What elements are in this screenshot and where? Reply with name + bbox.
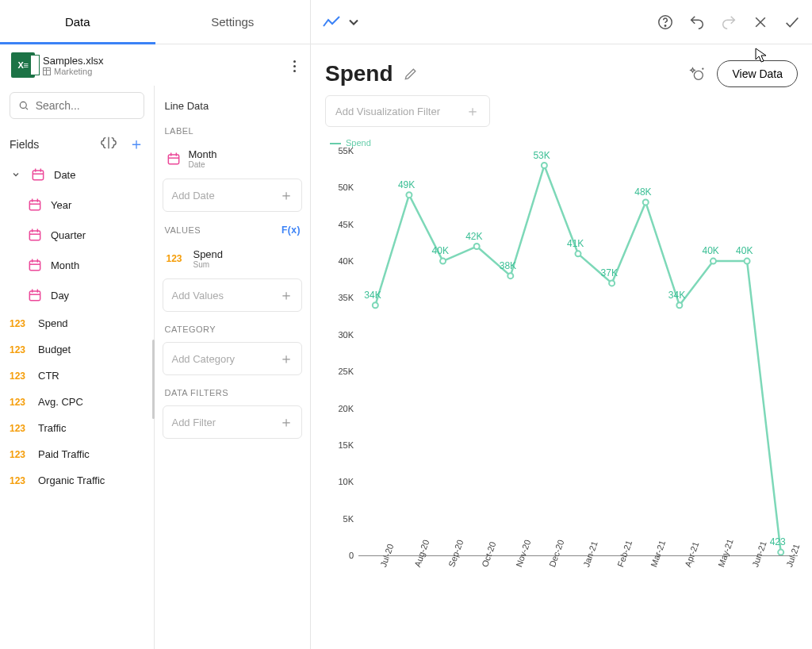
svg-point-32 [703,68,703,69]
number-icon: 123 [10,423,30,434]
y-tick: 25K [338,367,354,376]
value-chip-spend[interactable]: 123 Spend Sum [163,244,302,274]
data-label: 34K [668,290,685,301]
fields-heading: Fields [10,138,39,151]
edit-title-button[interactable] [403,66,419,82]
y-tick: 15K [338,440,354,450]
add-filter-box[interactable]: Add Filter＋ [163,405,302,439]
close-button[interactable] [752,13,769,31]
datasource-filename: Samples.xlsx [43,55,104,67]
svg-point-28 [665,25,665,25]
label-group-heading: LABEL [163,121,302,139]
data-label: 41K [567,238,584,249]
field-measure-organic-traffic[interactable]: 123Organic Traffic [0,467,154,493]
data-label: 42K [465,231,482,242]
label-chip-month[interactable]: Month Date [163,144,302,174]
undo-button[interactable] [688,13,706,31]
search-icon [18,99,29,112]
chart-legend: Spend [325,135,798,151]
page-title: Spend [325,61,393,86]
field-date-quarter[interactable]: Quarter [0,220,154,250]
add-date-box[interactable]: Add Date＋ [163,179,302,212]
y-tick: 30K [338,330,354,340]
scroll-indicator[interactable] [152,340,155,419]
svg-rect-19 [29,291,40,301]
number-icon: 123 [10,449,30,460]
data-label: 40K [736,245,753,256]
data-label: 49K [398,179,415,190]
data-label: 423 [770,536,786,547]
datasource-menu-button[interactable] [290,57,299,75]
data-label: 53K [533,150,550,161]
help-button[interactable] [657,13,674,31]
tab-settings[interactable]: Settings [155,0,311,44]
number-icon: 123 [10,397,30,408]
calendar-icon [166,151,182,167]
data-label: 38K [500,260,516,271]
svg-rect-11 [29,231,40,240]
y-tick: 40K [338,256,354,266]
data-label: 48K [634,186,651,198]
y-tick: 20K [338,404,354,413]
table-icon [43,67,51,75]
add-field-button[interactable]: ＋ [128,133,144,155]
category-group-heading: CATEGORY [163,320,302,337]
y-tick: 10K [338,477,354,486]
sparkle-icon[interactable] [688,65,706,83]
svg-point-31 [695,71,703,79]
config-section-title: Line Data [163,97,302,117]
data-label: 40K [432,245,449,256]
search-input[interactable] [36,99,136,112]
field-measure-ctr[interactable]: 123CTR [0,363,154,389]
datasource-sheet: Marketing [43,67,104,76]
y-tick: 45K [338,220,354,229]
y-tick: 0 [349,551,354,560]
data-label: 37K [601,267,618,278]
datasource-row[interactable]: X≡ Samples.xlsx Marketing [0,44,310,86]
confirm-button[interactable] [783,13,801,31]
number-icon: 123 [10,344,30,355]
redo-button[interactable] [720,13,737,31]
chevron-down-icon [10,170,22,179]
chart-type-dropdown[interactable] [322,14,363,30]
add-viz-filter-box[interactable]: Add Visualization Filter＋ [325,95,490,127]
field-measure-spend[interactable]: 123Spend [0,310,154,336]
svg-rect-15 [29,261,40,271]
number-icon: 123 [166,253,186,264]
line-chart-icon [322,14,341,30]
chevron-down-icon [344,14,363,30]
svg-rect-3 [33,171,43,180]
svg-point-0 [20,102,26,108]
fx-button[interactable]: F(x) [282,225,301,236]
field-search[interactable] [10,92,144,119]
tab-data[interactable]: Data [0,0,155,44]
y-tick: 35K [338,293,354,302]
left-tabs: Data Settings [0,0,310,44]
chart-plot[interactable]: 05K10K15K20K25K30K35K40K45K50K55K 34K49K… [325,151,798,579]
y-tick: 55K [338,146,354,156]
topbar [311,0,812,44]
number-icon: 123 [10,475,30,486]
svg-line-1 [26,108,28,109]
excel-icon: X≡ [11,52,35,78]
values-group-heading: VALUES F(x) [163,220,302,239]
brain-icon[interactable] [100,134,117,155]
field-group-date[interactable]: Date [0,159,154,190]
view-data-button[interactable]: View Data [717,60,798,87]
field-date-month[interactable]: Month [0,250,154,280]
add-category-box[interactable]: Add Category＋ [163,342,302,375]
y-tick: 5K [343,514,354,524]
y-tick: 50K [338,182,354,192]
field-measure-traffic[interactable]: 123Traffic [0,415,154,441]
data-label: 40K [702,245,718,256]
field-measure-paid-traffic[interactable]: 123Paid Traffic [0,441,154,467]
svg-rect-7 [29,201,40,210]
field-list: DateYearQuarterMonthDay123Spend123Budget… [0,159,154,649]
field-date-day[interactable]: Day [0,280,154,310]
add-values-box[interactable]: Add Values＋ [163,278,302,312]
filters-group-heading: DATA FILTERS [163,383,302,401]
field-measure-avg-cpc[interactable]: 123Avg. CPC [0,389,154,415]
field-date-year[interactable]: Year [0,190,154,220]
data-label: 34K [364,290,381,301]
field-measure-budget[interactable]: 123Budget [0,336,154,363]
